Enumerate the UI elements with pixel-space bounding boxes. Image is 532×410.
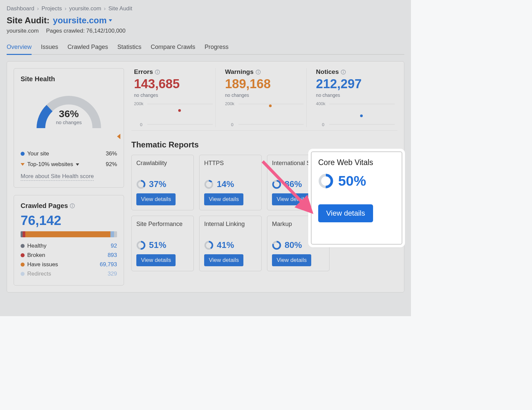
breadcrumb-projects[interactable]: Projects [42, 5, 62, 12]
legend-your-site-val: 36% [106, 150, 117, 157]
svg-point-5 [157, 71, 158, 71]
svg-rect-1 [72, 205, 73, 207]
chevron-down-icon[interactable] [76, 163, 79, 166]
tab-progress[interactable]: Progress [204, 40, 228, 54]
legend-your-site-label: Your site [27, 150, 49, 157]
thematic-card-title: Site Performance [136, 221, 189, 236]
donut-icon [136, 241, 146, 250]
thematic-card-pct: 37% [149, 179, 166, 189]
tab-crawled-pages[interactable]: Crawled Pages [67, 40, 108, 54]
view-details-button[interactable]: View details [272, 193, 311, 205]
donut-icon [272, 180, 281, 189]
crawled-pages-title: Crawled Pages [21, 202, 68, 210]
errors-sub: no changes [134, 93, 213, 98]
svg-rect-7 [258, 72, 258, 73]
dot-icon [21, 263, 25, 267]
y-min-label: 0 [322, 122, 324, 127]
cwv-pct: 50% [338, 173, 366, 189]
info-icon[interactable] [70, 203, 75, 208]
stats-row: Errors 143,685 no changes 200k 0 [131, 68, 397, 131]
site-selector-label: yoursite.com [53, 15, 107, 26]
svg-rect-4 [157, 72, 158, 73]
errors-stat[interactable]: Errors 143,685 no changes 200k 0 [131, 68, 216, 127]
cwv-title: Core Web Vitals [318, 158, 395, 167]
svg-point-8 [258, 71, 258, 71]
notices-stat[interactable]: Notices 212,297 no changes 400k 0 [313, 68, 397, 127]
data-point-icon [360, 114, 363, 117]
site-health-more-link[interactable]: More about Site Health score [21, 173, 94, 181]
tab-compare-crawls[interactable]: Compare Crawls [151, 40, 195, 54]
thematic-card-pct: 86% [285, 179, 302, 189]
info-icon[interactable] [155, 70, 160, 75]
data-point-icon [269, 104, 272, 107]
warnings-sub: no changes [225, 93, 304, 98]
y-min-label: 0 [231, 122, 233, 127]
legend-top10-val: 92% [106, 161, 117, 168]
view-details-button[interactable]: View details [204, 193, 243, 205]
cwv-view-details-button[interactable]: View details [318, 204, 373, 222]
breadcrumb-dashboard[interactable]: Dashboard [7, 5, 34, 12]
view-details-button[interactable]: View details [204, 254, 243, 266]
thematic-card: Internal Linking 41% View details [199, 216, 262, 271]
crawled-pages-row[interactable]: Have issues69,793 [21, 260, 117, 269]
errors-title: Errors [134, 68, 153, 76]
donut-icon [136, 180, 146, 189]
legend-top10-label: Top-10% websites [27, 161, 73, 168]
thematic-card: HTTPS 14% View details [199, 155, 262, 210]
svg-point-11 [343, 71, 344, 71]
info-icon[interactable] [341, 70, 346, 75]
chevron-down-icon [109, 19, 112, 22]
crawled-pages-row[interactable]: Broken893 [21, 251, 117, 260]
warnings-value: 189,168 [225, 77, 304, 91]
page-title: Site Audit: [7, 15, 50, 26]
errors-value: 143,685 [134, 77, 213, 91]
cp-label: Healthy [27, 243, 47, 249]
dot-icon [21, 272, 25, 276]
crawled-pages-row[interactable]: Redirects329 [21, 269, 117, 279]
thematic-card-pct: 80% [285, 240, 302, 250]
breadcrumb-sep-icon: › [65, 5, 66, 12]
cp-label: Broken [27, 252, 45, 259]
warnings-stat[interactable]: Warnings 189,168 no changes 200k 0 [222, 68, 307, 127]
breadcrumb-site[interactable]: yoursite.com [69, 5, 101, 12]
dot-icon [21, 152, 25, 156]
cp-value: 92 [111, 243, 117, 249]
y-max-label: 200k [225, 101, 234, 106]
tab-overview[interactable]: Overview [7, 40, 32, 55]
cp-label: Redirects [27, 271, 51, 277]
site-selector[interactable]: yoursite.com [53, 15, 112, 26]
view-details-button[interactable]: View details [136, 254, 176, 266]
thematic-card-pct: 51% [149, 240, 166, 250]
breadcrumb-page: Site Audit [108, 5, 132, 12]
tab-issues[interactable]: Issues [41, 40, 58, 54]
notices-sparkline: 400k 0 [316, 101, 395, 127]
site-health-pct: 36% [56, 108, 82, 119]
thematic-card-title: Crawlability [136, 160, 189, 175]
donut-icon [272, 241, 281, 250]
thematic-card: Crawlability 37% View details [131, 155, 194, 210]
notices-value: 212,297 [316, 77, 395, 91]
triangle-down-icon [21, 163, 25, 166]
breadcrumb-sep-icon: › [37, 5, 39, 12]
view-details-button[interactable]: View details [136, 193, 176, 205]
donut-icon [204, 180, 213, 189]
info-icon[interactable] [256, 70, 261, 75]
thematic-card-pct: 14% [217, 179, 234, 189]
breadcrumb: Dashboard › Projects › yoursite.com › Si… [7, 5, 404, 12]
thematic-reports-heading: Thematic Reports [131, 140, 397, 149]
cp-value: 69,793 [100, 261, 117, 268]
cp-value: 329 [108, 271, 117, 277]
view-details-button[interactable]: View details [272, 254, 311, 266]
site-health-sub: no changes [56, 119, 82, 125]
data-point-icon [178, 109, 181, 112]
y-max-label: 400k [316, 101, 325, 106]
thematic-card: Site Performance 51% View details [131, 216, 194, 271]
breadcrumb-sep-icon: › [104, 5, 106, 12]
site-health-card: Site Health 36% no changes [14, 68, 124, 188]
subtitle-site: yoursite.com [7, 28, 39, 34]
y-max-label: 200k [134, 101, 143, 106]
notices-sub: no changes [316, 93, 395, 98]
crawled-pages-row[interactable]: Healthy92 [21, 241, 117, 251]
tab-statistics[interactable]: Statistics [117, 40, 141, 54]
svg-point-2 [72, 204, 73, 205]
